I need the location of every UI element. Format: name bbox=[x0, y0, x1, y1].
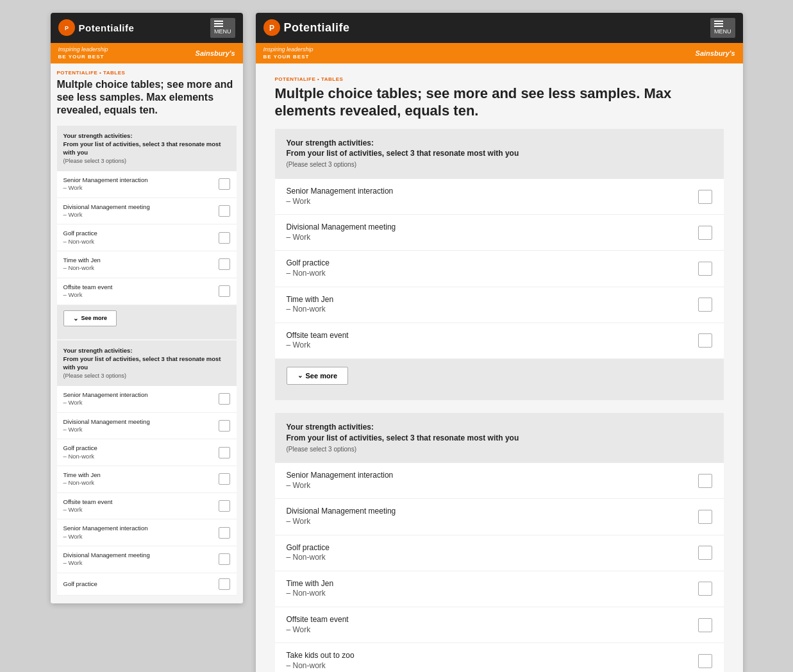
desktop-choice-item-2-3[interactable]: Golf practice – Non-work bbox=[275, 535, 724, 571]
choice-checkbox-1-5[interactable] bbox=[219, 285, 230, 297]
choice-item-2-7[interactable]: Divisional Management meeting – Work bbox=[57, 546, 237, 573]
desktop-choice-text-1-4: Time with Jen – Non-work bbox=[287, 295, 334, 315]
page-title: Multple choice tables; see more and see … bbox=[57, 78, 237, 117]
choice-item-2-5[interactable]: Offsite team event – Work bbox=[57, 493, 237, 520]
item-name: Senior Management interaction bbox=[287, 471, 394, 481]
choice-checkbox-2-2[interactable] bbox=[219, 420, 230, 432]
desktop-frame: P Potentialife MENU Inspiring leadership… bbox=[256, 13, 743, 672]
item-type: – Non-work bbox=[287, 269, 330, 279]
item-name: Golf practice bbox=[63, 444, 97, 452]
desktop-menu-icon[interactable]: MENU bbox=[710, 18, 735, 38]
choice-item-2-4[interactable]: Time with Jen – Non-work bbox=[57, 466, 237, 493]
q1-hint: (Please select 3 options) bbox=[63, 158, 127, 164]
choice-item-2-8[interactable]: Golf practice bbox=[57, 573, 237, 596]
desktop-choice-item-1-4[interactable]: Time with Jen – Non-work bbox=[275, 287, 724, 323]
choice-item-2-6[interactable]: Senior Management interaction – Work bbox=[57, 519, 237, 546]
item-name: Divisional Management meeting bbox=[63, 203, 150, 211]
desktop-choice-checkbox-2-1[interactable] bbox=[698, 474, 712, 488]
desktop-logo-text: Potentialife bbox=[284, 21, 350, 35]
desktop-choice-item-1-1[interactable]: Senior Management interaction – Work bbox=[275, 179, 724, 215]
choice-item-2-3[interactable]: Golf practice – Non-work bbox=[57, 439, 237, 466]
desktop-choice-item-2-4[interactable]: Time with Jen – Non-work bbox=[275, 571, 724, 607]
desktop-choice-item-1-5[interactable]: Offsite team event – Work bbox=[275, 323, 724, 359]
choice-checkbox-1-4[interactable] bbox=[219, 258, 230, 270]
choice-item-1-3[interactable]: Golf practice – Non-work bbox=[57, 224, 237, 251]
q2-title: Your strength activities: bbox=[63, 347, 133, 354]
sainsburys-logo: Sainsbury's bbox=[196, 49, 235, 57]
desktop-choice-checkbox-1-4[interactable] bbox=[698, 298, 712, 312]
menu-line-1 bbox=[214, 21, 223, 22]
choice-text-2-4: Time with Jen – Non-work bbox=[63, 471, 101, 487]
choice-item-1-5[interactable]: Offsite team event – Work bbox=[57, 278, 237, 305]
desktop-choice-checkbox-2-2[interactable] bbox=[698, 510, 712, 524]
desktop-choice-item-1-3[interactable]: Golf practice – Non-work bbox=[275, 251, 724, 287]
desktop-choice-item-2-5[interactable]: Offsite team event – Work bbox=[275, 607, 724, 643]
choice-item-2-2[interactable]: Divisional Management meeting – Work bbox=[57, 413, 237, 440]
desktop-orange-bar: Inspiring leadership BE YOUR BEST Sainsb… bbox=[256, 43, 743, 63]
choice-checkbox-2-6[interactable] bbox=[219, 527, 230, 539]
choice-item-1-4[interactable]: Time with Jen – Non-work bbox=[57, 251, 237, 278]
question-footer-1: ⌄ See more bbox=[57, 305, 237, 339]
desktop-orange-bar-text: Inspiring leadership BE YOUR BEST bbox=[263, 46, 313, 61]
desktop-logo-icon: P bbox=[263, 19, 280, 36]
item-type: – Non-work bbox=[287, 589, 334, 599]
choice-text-1-4: Time with Jen – Non-work bbox=[63, 256, 101, 273]
item-name: Golf practice bbox=[287, 543, 330, 553]
choice-text-2-3: Golf practice – Non-work bbox=[63, 444, 97, 460]
choice-checkbox-2-4[interactable] bbox=[219, 473, 230, 485]
item-type: – Non-work bbox=[287, 661, 355, 671]
desktop-choice-checkbox-1-3[interactable] bbox=[698, 262, 712, 276]
desktop-choice-text-2-2: Divisional Management meeting – Work bbox=[287, 507, 396, 526]
choice-checkbox-2-3[interactable] bbox=[219, 447, 230, 458]
desktop-choice-checkbox-2-6[interactable] bbox=[698, 654, 712, 668]
desktop-choice-checkbox-1-5[interactable] bbox=[698, 333, 712, 348]
desktop-question-block-2: Your strength activities: From your list… bbox=[275, 413, 724, 672]
choice-checkbox-1-3[interactable] bbox=[219, 232, 230, 244]
choice-checkbox-2-8[interactable] bbox=[219, 578, 230, 590]
desktop-choice-item-2-6[interactable]: Take kids out to zoo – Non-work bbox=[275, 643, 724, 672]
desktop-see-more-button-1[interactable]: ⌄ See more bbox=[287, 367, 349, 385]
dq2-hint: (Please select 3 options) bbox=[287, 446, 357, 453]
choice-item-1-1[interactable]: Senior Management interaction – Work bbox=[57, 171, 237, 198]
desktop-choice-checkbox-1-2[interactable] bbox=[698, 226, 712, 240]
svg-text:P: P bbox=[64, 25, 68, 31]
item-type: – Non-work bbox=[63, 264, 101, 272]
item-name: Divisional Management meeting bbox=[63, 418, 150, 426]
desktop-choice-item-2-1[interactable]: Senior Management interaction – Work bbox=[275, 463, 724, 499]
choice-checkbox-1-1[interactable] bbox=[219, 178, 230, 190]
choice-text-1-3: Golf practice – Non-work bbox=[63, 230, 97, 246]
q1-subtitle: From your list of activities, select 3 t… bbox=[63, 140, 221, 156]
choice-checkbox-2-5[interactable] bbox=[219, 500, 230, 512]
item-type: – Work bbox=[287, 481, 394, 491]
menu-label: MENU bbox=[214, 28, 231, 35]
choice-text-2-8: Golf practice bbox=[63, 580, 97, 588]
choice-checkbox-2-1[interactable] bbox=[219, 393, 230, 405]
dq1-hint: (Please select 3 options) bbox=[287, 161, 357, 168]
desktop-choice-item-1-2[interactable]: Divisional Management meeting – Work bbox=[275, 215, 724, 251]
choice-checkbox-2-7[interactable] bbox=[219, 553, 230, 565]
item-type: – Work bbox=[63, 426, 150, 433]
choice-item-2-1[interactable]: Senior Management interaction – Work bbox=[57, 386, 237, 413]
menu-icon[interactable]: MENU bbox=[210, 18, 235, 38]
desktop-choice-checkbox-2-3[interactable] bbox=[698, 546, 712, 560]
question-block-2: Your strength activities: From your list… bbox=[57, 340, 237, 596]
desktop-choice-checkbox-2-4[interactable] bbox=[698, 582, 712, 596]
chevron-down-icon: ⌄ bbox=[73, 315, 78, 322]
desktop-choice-checkbox-1-1[interactable] bbox=[698, 190, 712, 204]
dq1-subtitle: From your list of activities, select 3 t… bbox=[287, 149, 519, 158]
menu-line-2 bbox=[714, 23, 723, 24]
choice-item-1-2[interactable]: Divisional Management meeting – Work bbox=[57, 198, 237, 225]
choice-text-2-2: Divisional Management meeting – Work bbox=[63, 418, 150, 434]
item-type: – Work bbox=[287, 517, 396, 527]
see-more-button-1[interactable]: ⌄ See more bbox=[63, 310, 117, 326]
choice-checkbox-1-2[interactable] bbox=[219, 205, 230, 217]
item-name: Senior Management interaction bbox=[63, 391, 148, 399]
desktop-choice-item-2-2[interactable]: Divisional Management meeting – Work bbox=[275, 499, 724, 535]
choice-text-2-5: Offsite team event – Work bbox=[63, 498, 113, 514]
desktop-question-label-1: Your strength activities: From your list… bbox=[287, 138, 712, 170]
desktop-choice-checkbox-2-5[interactable] bbox=[698, 618, 712, 632]
desktop-choice-text-1-5: Offsite team event – Work bbox=[287, 331, 349, 351]
item-type: – Work bbox=[63, 399, 148, 407]
item-name: Golf practice bbox=[63, 580, 97, 588]
desktop-choice-text-2-5: Offsite team event – Work bbox=[287, 615, 349, 635]
